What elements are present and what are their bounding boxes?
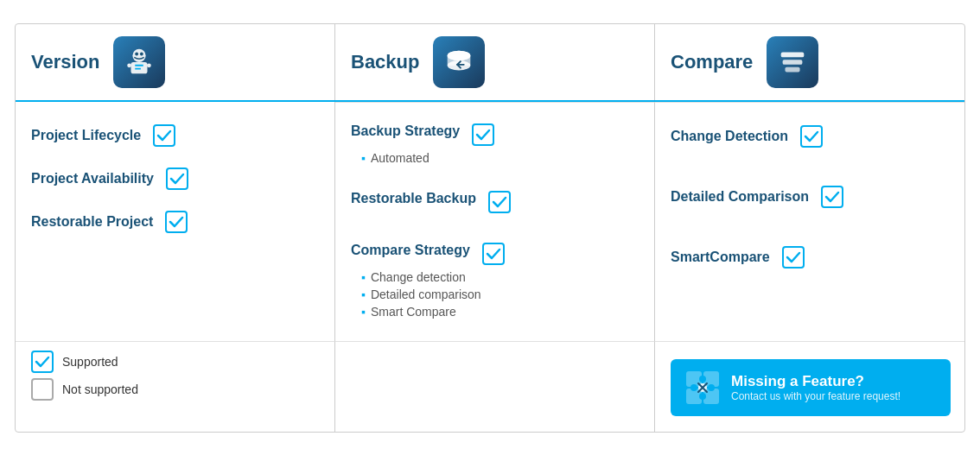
svg-rect-22 (822, 186, 843, 207)
backup-strategy-sub-automated-text: Automated (371, 151, 430, 165)
compare-header-title: Compare (671, 51, 753, 73)
table-body: Project Lifecycle Project Availability R… (16, 102, 964, 341)
detailed-comparison-label: Detailed Comparison (671, 189, 809, 205)
compare-icon-svg (776, 46, 809, 79)
svg-point-2 (140, 52, 143, 55)
backup-strategy-title-row: Backup Strategy (351, 123, 639, 146)
missing-subtitle: Contact us with your feature request! (731, 390, 900, 402)
backup-strategy-sub-automated: ▪ Automated (361, 149, 639, 167)
table-header: Version Backup (16, 24, 964, 102)
version-header-title: Version (31, 51, 99, 73)
svg-point-30 (699, 376, 706, 382)
backup-strategy-subitems: ▪ Automated (361, 149, 639, 167)
project-availability-row: Project Availability (31, 155, 319, 199)
restorable-project-label: Restorable Project (31, 214, 153, 230)
compare-strategy-block: Compare Strategy ▪ Change detection ▪ De… (351, 234, 639, 329)
project-lifecycle-check (153, 124, 175, 147)
restorable-project-check (165, 211, 188, 233)
supported-legend: Supported (31, 351, 319, 373)
backup-header-cell: Backup (335, 24, 655, 100)
svg-point-1 (136, 52, 139, 55)
version-header-cell: Version (16, 24, 335, 100)
svg-point-7 (148, 63, 152, 67)
missing-text: Missing a Feature? Contact us with your … (731, 373, 900, 402)
smartcompare-label: SmartCompare (671, 250, 770, 265)
compare-strategy-sub-2: ▪ Detailed comparison (361, 286, 639, 303)
missing-feature-banner[interactable]: Missing a Feature? Contact us with your … (671, 359, 951, 416)
compare-strategy-sub-3: ▪ Smart Compare (361, 303, 639, 320)
compare-icon (767, 36, 818, 88)
svg-rect-14 (786, 66, 800, 72)
change-detection-row: Change Detection (671, 115, 951, 156)
supported-label: Supported (62, 355, 118, 369)
svg-point-11 (448, 50, 471, 60)
version-icon (113, 36, 165, 88)
restorable-project-row: Restorable Project (31, 199, 319, 242)
feature-table: Version Backup (15, 23, 965, 433)
restorable-backup-block: Restorable Backup (351, 182, 639, 225)
version-column: Project Lifecycle Project Availability R… (16, 102, 335, 341)
missing-feature-cell: Missing a Feature? Contact us with your … (655, 341, 965, 432)
svg-rect-16 (167, 168, 188, 189)
legend-cell: Supported Not supported (16, 341, 335, 432)
backup-bottom-spacer (335, 341, 655, 432)
backup-strategy-block: Backup Strategy ▪ Automated (351, 115, 639, 175)
detailed-comparison-row: Detailed Comparison (671, 174, 951, 217)
compare-strategy-sub-1: ▪ Change detection (361, 269, 639, 286)
backup-header-title: Backup (351, 51, 419, 73)
detailed-comparison-check (821, 186, 843, 208)
restorable-backup-title-row: Restorable Backup (351, 191, 639, 213)
project-lifecycle-label: Project Lifecycle (31, 128, 141, 143)
project-availability-check (166, 167, 188, 190)
version-icon-svg (123, 46, 156, 79)
compare-column: Change Detection Detailed Comparison Sma… (655, 102, 965, 341)
compare-strategy-sub-1-text: Change detection (371, 270, 466, 284)
svg-rect-25 (32, 379, 53, 400)
puzzle-icon (684, 370, 721, 406)
project-lifecycle-row: Project Lifecycle (31, 114, 319, 155)
compare-strategy-subitems: ▪ Change detection ▪ Detailed comparison… (361, 269, 639, 320)
supported-check-icon (31, 351, 54, 373)
svg-rect-23 (783, 247, 804, 268)
not-supported-check-icon (31, 378, 54, 401)
backup-icon (433, 36, 485, 88)
compare-strategy-label: Compare Strategy (351, 243, 470, 258)
svg-rect-15 (154, 125, 175, 146)
svg-rect-24 (32, 351, 53, 372)
svg-rect-21 (801, 126, 822, 147)
backup-strategy-check (472, 123, 494, 146)
restorable-backup-check (488, 191, 511, 213)
not-supported-legend: Not supported (31, 378, 319, 401)
svg-rect-20 (483, 243, 504, 264)
backup-icon-svg (442, 46, 475, 79)
smartcompare-check (782, 246, 805, 269)
compare-header-cell: Compare (655, 24, 965, 100)
missing-title: Missing a Feature? (731, 373, 900, 390)
backup-column: Backup Strategy ▪ Automated Restorable (335, 102, 655, 341)
svg-point-32 (699, 393, 706, 400)
change-detection-label: Change Detection (671, 129, 788, 144)
compare-strategy-sub-2-text: Detailed comparison (371, 288, 481, 301)
compare-strategy-check (482, 243, 505, 265)
svg-point-31 (708, 384, 715, 391)
svg-point-33 (690, 384, 697, 391)
svg-rect-13 (783, 60, 803, 65)
compare-strategy-title-row: Compare Strategy (351, 243, 639, 265)
svg-rect-12 (781, 52, 805, 57)
not-supported-label: Not supported (62, 382, 138, 396)
backup-strategy-label: Backup Strategy (351, 123, 460, 139)
restorable-backup-label: Restorable Backup (351, 191, 476, 206)
svg-rect-17 (166, 212, 187, 232)
svg-point-6 (128, 63, 132, 67)
svg-rect-18 (473, 124, 493, 145)
smartcompare-row: SmartCompare (671, 234, 951, 277)
svg-point-0 (133, 48, 146, 61)
project-availability-label: Project Availability (31, 171, 154, 186)
change-detection-check (800, 125, 823, 148)
bottom-row: Supported Not supported (16, 341, 964, 432)
svg-rect-19 (489, 192, 510, 212)
compare-strategy-sub-3-text: Smart Compare (371, 305, 456, 319)
